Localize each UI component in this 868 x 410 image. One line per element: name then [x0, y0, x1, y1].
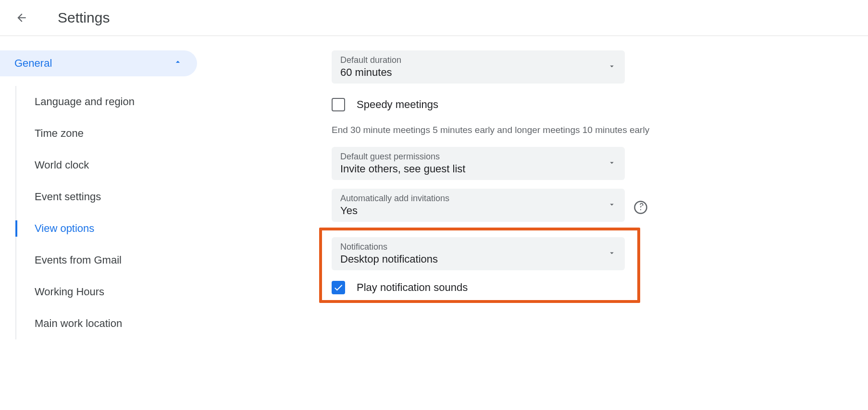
sidebar-item-eventsettings[interactable]: Event settings — [16, 181, 197, 213]
default-duration-label: Default duration — [340, 55, 401, 65]
sidebar-section-general[interactable]: General — [0, 50, 197, 76]
guest-permissions-dropdown[interactable]: Default guest permissions Invite others,… — [332, 147, 625, 180]
arrow-left-icon — [15, 12, 28, 24]
speedy-meetings-row: Speedy meetings — [332, 92, 849, 120]
chevron-down-icon — [608, 200, 616, 211]
help-icon[interactable] — [633, 200, 648, 217]
default-duration-dropdown[interactable]: Default duration 60 minutes — [332, 50, 625, 84]
chevron-down-icon — [608, 249, 616, 259]
main-panel: Default duration 60 minutes Speedy meeti… — [197, 50, 868, 339]
play-sounds-row: Play notification sounds — [332, 277, 628, 296]
chevron-down-icon — [608, 62, 616, 72]
sidebar: General Language and region Time zone Wo… — [0, 50, 197, 339]
sidebar-item-language[interactable]: Language and region — [16, 86, 197, 118]
guest-permissions-label: Default guest permissions — [340, 152, 465, 162]
auto-add-label: Automatically add invitations — [340, 193, 449, 204]
speedy-meetings-checkbox[interactable] — [332, 98, 345, 111]
sidebar-section-label: General — [14, 57, 52, 70]
back-button[interactable] — [14, 11, 29, 25]
content: General Language and region Time zone Wo… — [0, 36, 868, 339]
chevron-down-icon — [608, 158, 616, 169]
default-duration-value: 60 minutes — [340, 66, 401, 79]
notifications-label: Notifications — [340, 242, 438, 252]
check-icon — [333, 282, 344, 293]
play-sounds-checkbox[interactable] — [332, 281, 345, 294]
play-sounds-label: Play notification sounds — [357, 281, 468, 294]
auto-add-dropdown[interactable]: Automatically add invitations Yes — [332, 189, 625, 222]
chevron-up-icon — [173, 57, 183, 70]
notifications-highlight: Notifications Desktop notifications Play… — [319, 228, 640, 303]
sidebar-item-eventsgmail[interactable]: Events from Gmail — [16, 244, 197, 276]
sidebar-item-worklocation[interactable]: Main work location — [16, 308, 197, 339]
sidebar-nav-list: Language and region Time zone World cloc… — [15, 86, 197, 339]
sidebar-item-workinghours[interactable]: Working Hours — [16, 276, 197, 308]
notifications-value: Desktop notifications — [340, 253, 438, 265]
notifications-dropdown[interactable]: Notifications Desktop notifications — [332, 237, 625, 270]
speedy-meetings-help: End 30 minute meetings 5 minutes early a… — [332, 120, 849, 147]
sidebar-item-worldclock[interactable]: World clock — [16, 149, 197, 181]
header: Settings — [0, 0, 868, 36]
sidebar-item-viewoptions[interactable]: View options — [16, 213, 197, 244]
speedy-meetings-label: Speedy meetings — [357, 98, 438, 111]
auto-add-value: Yes — [340, 205, 449, 217]
page-title: Settings — [58, 10, 110, 26]
auto-add-row: Automatically add invitations Yes — [332, 189, 849, 228]
sidebar-item-timezone[interactable]: Time zone — [16, 118, 197, 149]
guest-permissions-value: Invite others, see guest list — [340, 163, 465, 175]
